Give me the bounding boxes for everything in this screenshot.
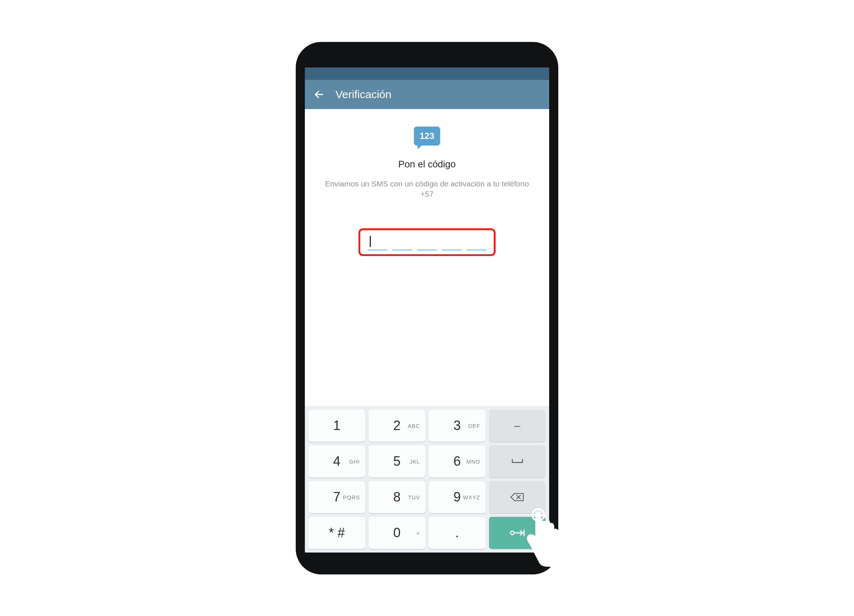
phone-frame: Verificación 123 Pon el código Enviamos …: [296, 42, 558, 575]
key-[interactable]: .: [429, 517, 485, 549]
key-5[interactable]: 5JKL: [369, 445, 425, 477]
page-subtext: Enviamos un SMS con un código de activac…: [325, 179, 529, 200]
key-sub-label: JKL: [410, 458, 420, 464]
content-area: 123 Pon el código Enviamos un SMS con un…: [305, 109, 549, 406]
key-sub-label: +: [416, 529, 420, 536]
status-bar: [305, 67, 549, 80]
key-6[interactable]: 6MNO: [429, 445, 485, 477]
key-sub-label: DEF: [468, 422, 480, 428]
key-0[interactable]: 0+: [369, 517, 425, 549]
page-heading: Pon el código: [398, 159, 456, 170]
code-slot[interactable]: [442, 235, 462, 250]
key-sub-label: PQRS: [343, 494, 360, 500]
key-[interactable]: –: [489, 410, 546, 442]
key-space[interactable]: [489, 445, 546, 477]
key-3[interactable]: 3DEF: [429, 410, 485, 442]
code-input-highlight[interactable]: [358, 228, 496, 256]
code-slot[interactable]: [368, 235, 387, 250]
key-2[interactable]: 2ABC: [369, 410, 425, 442]
key-4[interactable]: 4GHI: [308, 445, 365, 477]
sms-code-icon: 123: [414, 127, 440, 148]
key-sub-label: TUV: [408, 494, 420, 500]
app-bar-title: Verificación: [336, 88, 391, 101]
key-7[interactable]: 7PQRS: [308, 481, 365, 513]
text-cursor: [370, 236, 371, 247]
key-1[interactable]: 1: [308, 410, 365, 442]
code-slot[interactable]: [392, 235, 412, 250]
screen: Verificación 123 Pon el código Enviamos …: [305, 67, 549, 552]
code-slot[interactable]: [417, 235, 437, 250]
key-8[interactable]: 8TUV: [369, 481, 425, 513]
numeric-keyboard: 12ABC3DEF–4GHI5JKL6MNO7PQRS8TUV9WXYZ* #0…: [305, 406, 549, 552]
key-sub-label: GHI: [349, 458, 360, 464]
key-sub-label: ABC: [408, 422, 420, 428]
key-sub-label: WXYZ: [463, 494, 480, 500]
back-arrow-icon[interactable]: [314, 89, 325, 100]
app-bar: Verificación: [305, 80, 549, 109]
sms-icon-text: 123: [420, 131, 434, 141]
code-slot[interactable]: [467, 235, 486, 250]
key-sub-label: MNO: [467, 458, 480, 464]
svg-point-3: [511, 531, 514, 535]
key-enter[interactable]: [489, 517, 546, 549]
key-9[interactable]: 9WXYZ: [429, 481, 485, 513]
key-backspace[interactable]: [489, 481, 546, 513]
key-[interactable]: * #: [308, 517, 365, 549]
